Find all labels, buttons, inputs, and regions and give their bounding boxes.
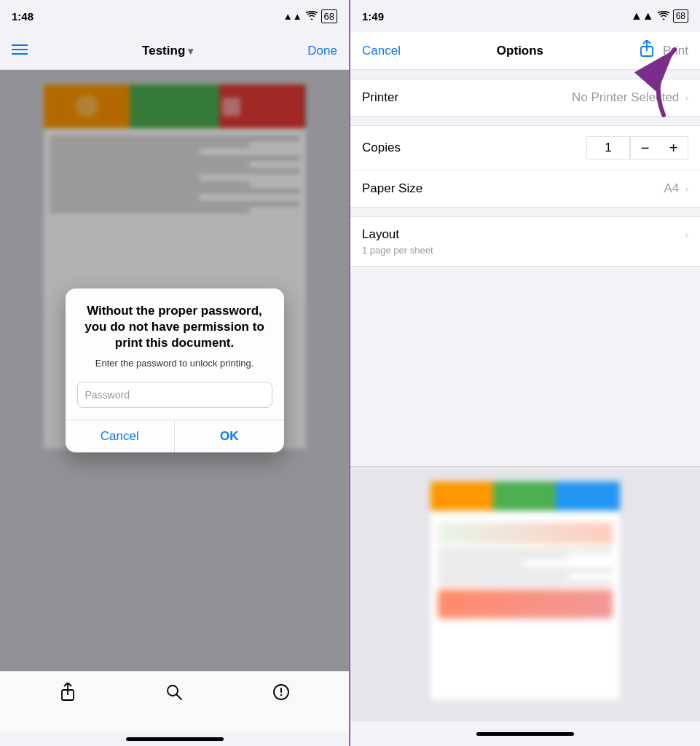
bottom-toolbar	[0, 671, 349, 731]
copies-row: Copies 1 − +	[350, 126, 700, 170]
printer-section: Printer No Printer Selected ›	[350, 79, 700, 117]
dialog-buttons: Cancel OK	[66, 420, 284, 452]
search-tool-icon[interactable]	[165, 683, 183, 705]
copies-increment-button[interactable]: +	[659, 136, 688, 160]
right-battery-icon: 68	[673, 9, 688, 23]
options-share-icon[interactable]	[640, 40, 654, 61]
left-nav-bar: Testing ▾ Done	[0, 32, 349, 70]
dialog-overlay: Without the proper password, you do not …	[0, 70, 349, 671]
preview-document	[430, 482, 620, 700]
layout-row-header: Layout ›	[362, 227, 688, 242]
left-status-icons: ▲▲ 68	[283, 9, 337, 23]
title-chevron-icon: ▾	[188, 45, 193, 57]
options-content: Printer No Printer Selected › Copies 1 −…	[350, 70, 700, 466]
left-time: 1:48	[12, 10, 34, 23]
paper-size-chevron-icon: ›	[685, 183, 688, 195]
preview-line	[438, 549, 613, 552]
options-title: Options	[497, 44, 543, 58]
layout-section: Layout › 1 page per sheet	[350, 216, 700, 267]
preview-line	[438, 581, 613, 585]
copies-stepper: 1 − +	[586, 136, 688, 160]
right-status-bar: 1:49 ▲▲ 68	[350, 0, 700, 32]
svg-line-6	[176, 695, 181, 700]
svg-point-9	[280, 694, 281, 696]
left-status-bar: 1:48 ▲▲ 68	[0, 0, 349, 32]
print-button[interactable]: Print	[663, 44, 688, 58]
preview-line	[438, 562, 525, 565]
printer-value-area: No Printer Selected ›	[572, 90, 688, 105]
paper-size-row[interactable]: Paper Size A4 ›	[350, 170, 700, 207]
left-content-area: Without the proper password, you do not …	[0, 70, 349, 671]
right-phone-panel: 1:49 ▲▲ 68 Cancel Options Print	[350, 0, 700, 746]
copies-decrement-button[interactable]: −	[630, 136, 659, 160]
paper-size-value: A4	[664, 181, 680, 196]
copies-label: Copies	[362, 141, 401, 155]
password-dialog: Without the proper password, you do not …	[66, 288, 284, 452]
right-wifi-icon	[658, 9, 669, 23]
paper-size-label: Paper Size	[362, 181, 422, 196]
cancel-button[interactable]: Cancel	[362, 44, 401, 58]
dialog-message: Enter the password to unlock printing.	[77, 357, 272, 370]
preview-colored-band	[438, 522, 613, 544]
layout-label: Layout	[362, 227, 399, 242]
paper-size-value-area: A4 ›	[664, 181, 688, 196]
printer-row[interactable]: Printer No Printer Selected ›	[350, 79, 700, 116]
printer-chevron-icon: ›	[685, 92, 688, 103]
print-preview-area	[350, 466, 700, 721]
password-input[interactable]	[77, 382, 272, 408]
preview-doc-header	[430, 482, 620, 511]
printer-value: No Printer Selected	[572, 90, 679, 105]
copies-paper-section: Copies 1 − + Paper Size A4 ›	[350, 125, 700, 208]
right-time: 1:49	[362, 10, 384, 23]
document-title: Testing ▾	[142, 44, 193, 58]
done-button[interactable]: Done	[307, 44, 337, 58]
preview-doc-body	[430, 511, 620, 630]
dialog-cancel-button[interactable]: Cancel	[66, 420, 176, 452]
right-home-bar	[476, 732, 574, 736]
preview-line	[438, 575, 569, 578]
home-bar	[126, 737, 224, 741]
left-home-indicator	[0, 731, 349, 746]
dialog-ok-button[interactable]: OK	[175, 420, 284, 452]
layout-row[interactable]: Layout › 1 page per sheet	[350, 217, 700, 266]
share-tool-icon[interactable]	[60, 683, 76, 706]
menu-icon[interactable]	[12, 42, 28, 59]
printer-label: Printer	[362, 90, 398, 105]
wifi-icon	[306, 11, 318, 22]
right-home-indicator	[350, 721, 700, 746]
preview-line	[438, 555, 569, 559]
layout-chevron-icon: ›	[685, 229, 688, 240]
signal-icon: ▲▲	[283, 11, 302, 22]
options-nav-bar: Cancel Options Print	[350, 32, 700, 70]
nav-right-actions: Print	[640, 40, 688, 61]
markup-tool-icon[interactable]	[272, 683, 290, 705]
right-status-icons: ▲▲ 68	[631, 9, 688, 23]
right-signal-icon: ▲▲	[631, 9, 654, 23]
title-text: Testing	[142, 44, 185, 58]
copies-value: 1	[586, 136, 630, 160]
preview-line	[438, 568, 613, 572]
dialog-title: Without the proper password, you do not …	[77, 303, 272, 351]
battery-icon: 68	[321, 9, 337, 23]
layout-value: 1 page per sheet	[362, 245, 688, 256]
left-phone-panel: 1:48 ▲▲ 68 Testing ▾ Done	[0, 0, 350, 746]
